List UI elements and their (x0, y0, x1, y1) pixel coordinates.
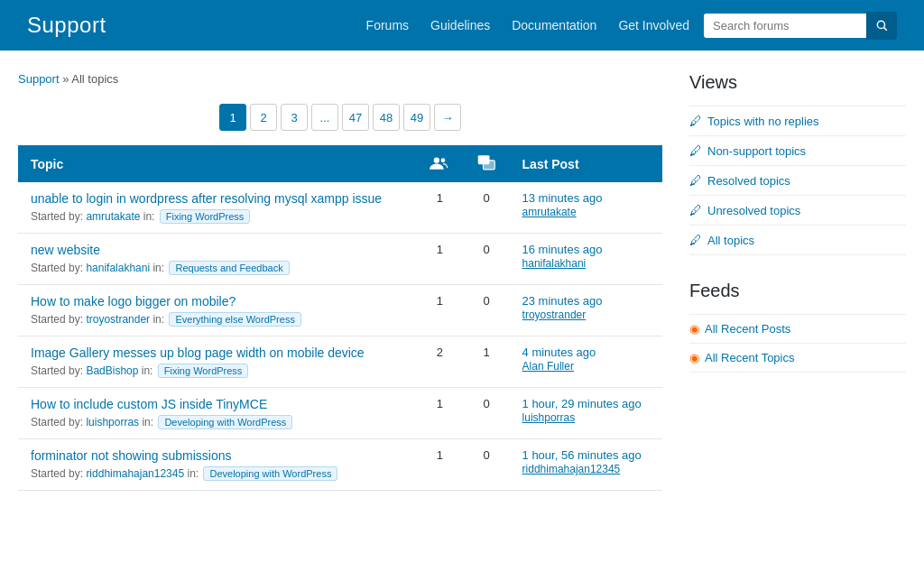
topic-author-link[interactable]: amrutakate (86, 210, 140, 223)
table-row: unable to login in wordpress after resol… (18, 182, 662, 234)
replies-count: 1 (464, 336, 510, 388)
svg-rect-5 (484, 161, 495, 170)
topic-title-link[interactable]: forminator not showing submissions (31, 448, 403, 463)
nav-documentation[interactable]: Documentation (512, 18, 596, 32)
svg-point-3 (441, 158, 446, 162)
breadcrumb-current: All topics (71, 72, 118, 86)
view-non-support[interactable]: 🖊Non-support topics (689, 143, 906, 158)
col-last-post: Last Post (510, 145, 662, 182)
page-48-button[interactable]: 48 (373, 104, 400, 131)
svg-point-0 (877, 21, 884, 28)
feeds-list: ◉All Recent Posts ◉All Recent Topics (689, 314, 906, 373)
topic-title-link[interactable]: How to include custom JS inside TinyMCE (31, 397, 403, 411)
pagination: 1 2 3 ... 47 48 49 → (18, 104, 662, 131)
last-post-cell: 1 hour, 29 minutes ago luishporras (510, 388, 662, 439)
topic-cell: Image Gallery messes up blog page width … (18, 336, 416, 388)
topic-author-link[interactable]: troyostrander (86, 313, 150, 326)
view-all-topics[interactable]: 🖊All topics (689, 233, 906, 247)
table-row: new website Started by: hanifalakhani in… (18, 234, 662, 285)
last-post-cell: 4 minutes ago Alan Fuller (510, 336, 662, 388)
breadcrumb-separator: » (60, 72, 72, 86)
topic-cell: How to include custom JS inside TinyMCE … (18, 388, 416, 439)
last-post-time: 1 hour, 29 minutes ago (522, 397, 650, 410)
feed-recent-posts[interactable]: ◉All Recent Posts (689, 322, 906, 336)
breadcrumb-parent[interactable]: Support (18, 72, 60, 86)
replies-count: 0 (464, 388, 510, 439)
topic-author-link[interactable]: hanifalakhani (86, 262, 150, 274)
table-header-row: Topic Last Post (18, 145, 662, 182)
feed-recent-topics[interactable]: ◉All Recent Topics (689, 351, 906, 364)
topic-cell: unable to login in wordpress after resol… (18, 182, 416, 234)
page-2-button[interactable]: 2 (250, 104, 277, 131)
view-no-replies[interactable]: 🖊Topics with no replies (689, 114, 906, 128)
thumb-icon: 🖊 (689, 203, 702, 217)
list-item: 🖊Non-support topics (689, 136, 906, 166)
replies-icon (477, 154, 495, 170)
topic-author-link[interactable]: riddhimahajan12345 (86, 467, 184, 480)
voices-count: 1 (416, 234, 464, 285)
table-row: Image Gallery messes up blog page width … (18, 336, 662, 388)
topic-meta: Started by: luishporras in: Developing w… (31, 416, 292, 428)
list-item: ◉All Recent Topics (689, 344, 906, 373)
last-post-user-link[interactable]: luishporras (522, 411, 576, 424)
topic-title-link[interactable]: new website (31, 243, 403, 257)
col-replies (464, 145, 510, 182)
last-post-cell: 13 minutes ago amrutakate (510, 182, 662, 234)
last-post-user-link[interactable]: amrutakate (522, 206, 577, 218)
topic-tag: Developing with WordPress (158, 415, 292, 429)
col-voices (416, 145, 464, 182)
topic-author-link[interactable]: luishporras (86, 416, 139, 428)
voices-icon (430, 154, 449, 170)
topic-tag: Fixing WordPress (160, 209, 251, 224)
page-3-button[interactable]: 3 (281, 104, 308, 131)
topic-meta: Started by: amrutakate in: Fixing WordPr… (31, 210, 250, 223)
last-post-user-link[interactable]: riddhimahajan12345 (522, 463, 621, 475)
last-post-cell: 1 hour, 56 minutes ago riddhimahajan1234… (510, 439, 662, 491)
view-unresolved[interactable]: 🖊Unresolved topics (689, 203, 906, 217)
list-item: 🖊Topics with no replies (689, 106, 906, 136)
views-list: 🖊Topics with no replies 🖊Non-support top… (689, 106, 906, 255)
replies-count: 0 (464, 234, 510, 285)
svg-line-1 (884, 28, 887, 31)
voices-count: 1 (416, 388, 464, 439)
last-post-time: 16 minutes ago (522, 243, 650, 256)
last-post-time: 4 minutes ago (522, 345, 650, 359)
views-title: Views (689, 72, 906, 93)
nav-forums[interactable]: Forums (366, 18, 409, 32)
nav-guidelines[interactable]: Guidelines (430, 18, 490, 32)
last-post-user-link[interactable]: Alan Fuller (522, 360, 574, 373)
topic-tag: Developing with WordPress (203, 466, 337, 481)
page-49-button[interactable]: 49 (403, 104, 430, 131)
page-next-button[interactable]: → (434, 104, 461, 131)
search-input[interactable] (704, 14, 866, 38)
topic-tag: Everything else WordPress (169, 312, 300, 327)
page-47-button[interactable]: 47 (342, 104, 369, 131)
col-topic: Topic (18, 145, 416, 182)
view-resolved[interactable]: 🖊Resolved topics (689, 173, 906, 188)
topic-title-link[interactable]: unable to login in wordpress after resol… (31, 191, 403, 206)
thumb-icon: 🖊 (689, 114, 702, 128)
topic-title-link[interactable]: Image Gallery messes up blog page width … (31, 345, 403, 360)
page-1-button[interactable]: 1 (219, 104, 246, 131)
search-icon (875, 19, 888, 32)
nav-get-involved[interactable]: Get Involved (618, 18, 689, 32)
last-post-time: 23 minutes ago (522, 294, 650, 308)
voices-count: 1 (416, 439, 464, 491)
last-post-time: 13 minutes ago (522, 191, 650, 205)
voices-count: 1 (416, 182, 464, 234)
topics-table: Topic Last Post (18, 145, 662, 491)
topic-author-link[interactable]: BadBishop (86, 364, 138, 377)
page-ellipsis: ... (311, 104, 338, 131)
voices-count: 1 (416, 285, 464, 336)
table-row: How to make logo bigger on mobile? Start… (18, 285, 662, 336)
last-post-user-link[interactable]: hanifalakhani (522, 257, 587, 270)
replies-count: 0 (464, 439, 510, 491)
list-item: ◉All Recent Posts (689, 314, 906, 344)
rss-icon: ◉ (689, 322, 699, 336)
search-button[interactable] (866, 12, 897, 40)
last-post-user-link[interactable]: troyostrander (522, 309, 587, 321)
last-post-time: 1 hour, 56 minutes ago (522, 448, 650, 462)
topic-title-link[interactable]: How to make logo bigger on mobile? (31, 294, 403, 309)
breadcrumb: Support » All topics (18, 72, 662, 86)
replies-count: 0 (464, 182, 510, 234)
